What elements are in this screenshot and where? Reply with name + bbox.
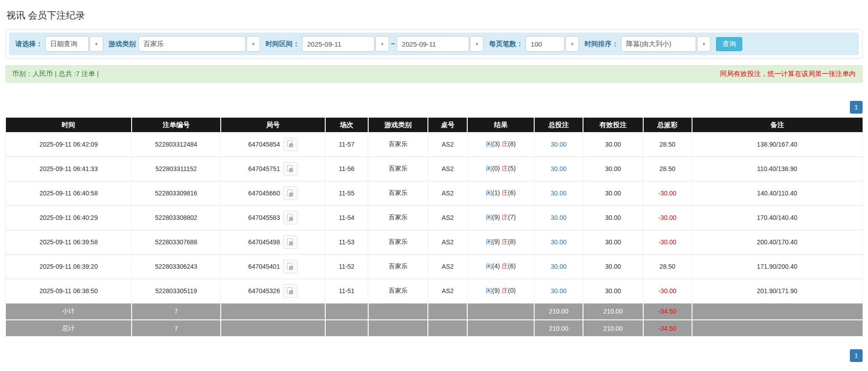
currency-total-text: 币别：人民币 | 总共 :7 注单 | (12, 70, 99, 78)
cell-valid-bet: 30.00 (583, 181, 643, 205)
time-sort-select[interactable]: 降冪(由大到小) ▾ (621, 36, 711, 52)
per-page-label: 每页笔数： (489, 40, 523, 48)
summary-bar: 币别：人民币 | 总共 :7 注单 | 同局有效投注，统一计算在该局第一张注单内 (5, 65, 863, 83)
result-banker-label: 庄 (502, 214, 508, 221)
film-icon (286, 165, 294, 173)
cell-bet-id: 522803312484 (132, 132, 221, 157)
pagination-page-1[interactable]: 1 (850, 101, 863, 114)
result-player-label: 闲 (486, 238, 492, 245)
film-icon (286, 287, 294, 295)
cell-valid-bet: 30.00 (583, 157, 643, 181)
result-player-score: (9) (492, 287, 500, 294)
cell-payout: -30.00 (643, 230, 692, 254)
round-id-value: 647045660 (248, 190, 280, 197)
video-replay-button[interactable] (283, 260, 298, 273)
header-bet-id: 注单编号 (132, 118, 221, 132)
subtotal-total-bet: 210.00 (534, 303, 583, 320)
cell-session: 11-57 (325, 132, 368, 157)
subtotal-valid-bet: 210.00 (583, 303, 643, 320)
query-button[interactable]: 查询 (716, 37, 742, 51)
result-player-label: 闲 (486, 214, 492, 221)
round-id-value: 647045401 (248, 263, 280, 270)
query-type-select[interactable]: 日期查询 ▾ (45, 36, 103, 52)
cell-payout: 28.50 (643, 132, 692, 157)
chevron-down-icon[interactable]: ▾ (565, 36, 579, 52)
result-banker-score: (7) (508, 214, 516, 221)
header-payout: 总派彩 (643, 118, 692, 132)
cell-bet-id: 522803307688 (132, 230, 221, 254)
film-icon (286, 238, 294, 247)
table-row: 2025-09-11 06:40:58 522803309816 6470456… (6, 181, 863, 205)
table-header-row: 时间 注单编号 局号 场次 游戏类别 桌号 结果 总投注 有效投注 总派彩 备注 (6, 118, 863, 132)
total-bet-link[interactable]: 30.00 (550, 141, 566, 148)
table-row: 2025-09-11 06:41:33 522803311152 6470457… (6, 157, 863, 181)
result-banker-label: 庄 (502, 287, 508, 294)
result-player-label: 闲 (486, 189, 492, 196)
date-from-value[interactable]: 2025-09-11 (302, 36, 375, 52)
game-type-value[interactable]: 百家乐 (138, 36, 246, 52)
round-id-value: 647045751 (248, 165, 280, 172)
cell-session: 11-56 (325, 157, 368, 181)
result-player-score: (9) (492, 214, 500, 221)
result-banker-score: (8) (508, 238, 516, 245)
chevron-down-icon[interactable]: ▾ (375, 36, 389, 52)
cell-game-type: 百家乐 (368, 157, 428, 181)
film-icon (286, 140, 294, 148)
result-banker-label: 庄 (502, 189, 508, 196)
cell-game-type: 百家乐 (368, 230, 428, 254)
cell-round-id: 647045583 (221, 205, 325, 230)
chevron-down-icon[interactable]: ▾ (697, 36, 711, 52)
chevron-down-icon[interactable]: ▾ (247, 36, 260, 52)
cell-total-bet: 30.00 (534, 254, 583, 279)
betting-table: 时间 注单编号 局号 场次 游戏类别 桌号 结果 总投注 有效投注 总派彩 备注… (5, 118, 863, 337)
result-banker-label: 庄 (502, 165, 508, 172)
result-player-score: (3) (492, 140, 500, 147)
pagination-page-1[interactable]: 1 (850, 349, 863, 362)
result-banker-label: 庄 (502, 238, 508, 245)
cell-round-id: 647045751 (221, 157, 325, 181)
subtotal-label: 小计 (6, 303, 132, 320)
video-replay-button[interactable] (283, 138, 298, 151)
cell-payout: -30.00 (643, 205, 692, 230)
video-replay-button[interactable] (283, 186, 298, 200)
video-replay-button[interactable] (283, 235, 298, 249)
total-bet-link[interactable]: 30.00 (550, 263, 566, 270)
chevron-down-icon[interactable]: ▾ (90, 36, 103, 52)
table-row: 2025-09-11 06:40:29 522803308802 6470455… (6, 205, 863, 230)
result-player-label: 闲 (486, 287, 492, 294)
total-bet-link[interactable]: 30.00 (550, 287, 566, 295)
cell-valid-bet: 30.00 (583, 254, 643, 279)
video-replay-button[interactable] (283, 284, 298, 298)
header-game-type: 游戏类别 (368, 118, 428, 132)
video-replay-button[interactable] (283, 211, 298, 224)
cell-result: 闲(4) 庄(6) (467, 254, 534, 279)
cell-total-bet: 30.00 (534, 279, 583, 303)
game-type-label: 游戏类别 (109, 40, 136, 48)
date-to-value[interactable]: 2025-09-11 (397, 36, 469, 52)
chevron-down-icon[interactable]: ▾ (470, 36, 484, 52)
per-page-select[interactable]: 100 ▾ (526, 36, 579, 52)
time-sort-value[interactable]: 降冪(由大到小) (621, 36, 696, 52)
total-bet-link[interactable]: 30.00 (550, 214, 566, 221)
header-remark: 备注 (692, 118, 863, 132)
table-row: 2025-09-11 06:42:09 522803312484 6470458… (6, 132, 863, 157)
total-bet-link[interactable]: 30.00 (550, 238, 566, 246)
video-replay-button[interactable] (283, 162, 298, 176)
date-from-select[interactable]: 2025-09-11 ▾ (302, 36, 389, 52)
result-player-score: (0) (492, 165, 500, 172)
game-type-select[interactable]: 百家乐 ▾ (138, 36, 260, 52)
filter-bar: 请选择： 日期查询 ▾ 游戏类别 百家乐 ▾ 时间区间： 2025-09-11 … (9, 33, 859, 55)
total-bet-link[interactable]: 30.00 (550, 190, 566, 197)
query-type-value[interactable]: 日期查询 (45, 36, 89, 52)
cell-time: 2025-09-11 06:39:20 (6, 254, 132, 279)
grand-total-payout: -34.50 (643, 320, 692, 337)
table-row: 2025-09-11 06:39:58 522803307688 6470454… (6, 230, 863, 254)
date-to-select[interactable]: 2025-09-11 ▾ (397, 36, 484, 52)
header-round-id: 局号 (221, 118, 325, 132)
cell-remark: 140.40/110.40 (692, 181, 863, 205)
total-bet-link[interactable]: 30.00 (550, 165, 566, 172)
cell-session: 11-55 (325, 181, 368, 205)
grand-total-row: 总计 7 210.00 210.00 -34.50 (6, 320, 863, 337)
per-page-value[interactable]: 100 (526, 36, 564, 52)
grand-total-total-bet: 210.00 (534, 320, 583, 337)
